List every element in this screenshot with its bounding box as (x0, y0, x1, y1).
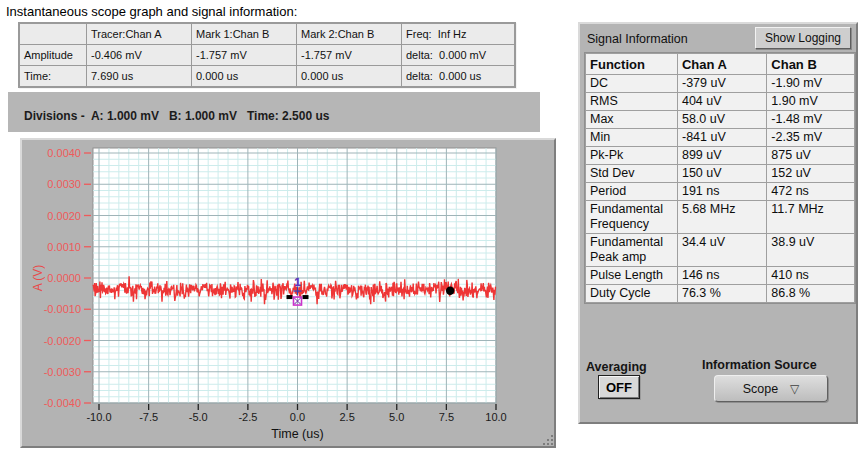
signal-info-cell: -1.90 mV (767, 75, 854, 92)
information-source-dropdown[interactable]: Scope ▽ (714, 375, 828, 402)
signal-info-cell: 5.68 MHz (678, 201, 766, 233)
signal-info-cell: -1.48 mV (767, 111, 854, 128)
tracer-cell: Time: (20, 66, 86, 86)
x-tick-label: -7.5 (139, 411, 158, 423)
tracer-cell (20, 24, 86, 44)
signal-info-cell: -2.35 mV (767, 129, 854, 146)
x-axis-label: Time (us) (271, 427, 323, 441)
tracer-cell: -1.757 mV (192, 45, 296, 65)
y-tick-label: 0.0040 (47, 147, 81, 159)
signal-info-cell: 875 uV (767, 147, 854, 164)
y-tick-label: -0.0030 (44, 366, 81, 378)
scope-graph-panel: 0.00400.00300.00200.00100.0000-0.0010-0.… (20, 138, 556, 448)
scope-plot[interactable]: 0.00400.00300.00200.00100.0000-0.0010-0.… (22, 140, 554, 446)
x-tick-label: 2.5 (339, 411, 354, 423)
signal-info-cell: -379 uV (678, 75, 766, 92)
signal-info-cell: 146 ns (678, 267, 766, 284)
signal-info-row: RMS404 uV1.90 mV (586, 93, 854, 110)
signal-info-cell: Min (586, 129, 677, 146)
tracer-cell: delta: 0.000 us (402, 66, 514, 86)
signal-info-row: Std Dev150 uV152 uV (586, 165, 854, 182)
tracer-cell: delta: 0.000 mV (402, 45, 514, 65)
tracer-cell: Tracer:Chan A (87, 24, 191, 44)
tracer-cell: Amplitude (20, 45, 86, 65)
signal-info-cell: Pk-Pk (586, 147, 677, 164)
signal-info-cell: Std Dev (586, 165, 677, 182)
y-tick-label: 0.0030 (47, 178, 81, 190)
divisions-bar: Divisions - A: 1.000 mV B: 1.000 mV Time… (8, 92, 540, 132)
averaging-off-button[interactable]: OFF (598, 375, 640, 399)
y-tick-label: -0.0040 (44, 397, 81, 409)
signal-info-row: Min-841 uV-2.35 mV (586, 129, 854, 146)
y-tick-label: 0.0020 (47, 210, 81, 222)
signal-info-cell: 76.3 % (678, 285, 766, 302)
y-tick-label: 0.0010 (47, 241, 81, 253)
signal-info-cell: 58.0 uV (678, 111, 766, 128)
x-tick-label: 5.0 (389, 411, 404, 423)
x-tick-label: -2.5 (238, 411, 257, 423)
signal-info-table: FunctionChan AChan BDC-379 uV-1.90 mVRMS… (584, 52, 856, 304)
signal-info-cell: 410 ns (767, 267, 854, 284)
signal-info-header: Function (586, 54, 677, 74)
signal-info-cell: 11.7 MHz (767, 201, 854, 233)
signal-info-cell: 38.9 uV (767, 234, 854, 266)
tracer-dot-marker[interactable] (446, 286, 454, 294)
tracer-cell: -0.406 mV (87, 45, 191, 65)
signal-info-cell: 404 uV (678, 93, 766, 110)
signal-info-cell: -841 uV (678, 129, 766, 146)
signal-info-cell: DC (586, 75, 677, 92)
signal-info-cell: Fundamental Frequency (586, 201, 677, 233)
signal-info-row: Fundamental Frequency5.68 MHz11.7 MHz (586, 201, 854, 233)
signal-info-cell: Max (586, 111, 677, 128)
signal-info-cell: Pulse Length (586, 267, 677, 284)
x-tick-label: 7.5 (439, 411, 454, 423)
dropdown-arrow-icon: ▽ (790, 383, 799, 395)
averaging-label: Averaging (586, 360, 647, 374)
signal-information-title: Signal Information (587, 32, 688, 46)
tracer-cell: Freq: Inf Hz (402, 24, 514, 44)
signal-info-cell: 86.8 % (767, 285, 854, 302)
signal-info-row: Max58.0 uV-1.48 mV (586, 111, 854, 128)
tracer-cell: 0.000 us (297, 66, 401, 86)
divisions-text: Divisions - A: 1.000 mV B: 1.000 mV Time… (24, 109, 329, 123)
signal-info-row: Pulse Length146 ns410 ns (586, 267, 854, 284)
signal-info-header: Chan A (678, 54, 766, 74)
tracer-cell: -1.757 mV (297, 45, 401, 65)
signal-info-cell: Duty Cycle (586, 285, 677, 302)
y-tick-label: -0.0020 (44, 335, 81, 347)
x-tick-label: -5.0 (189, 411, 208, 423)
signal-info-row: DC-379 uV-1.90 mV (586, 75, 854, 92)
x-tick-label: 0.0 (290, 411, 305, 423)
svg-text:1: 1 (294, 276, 300, 288)
signal-info-cell: 899 uV (678, 147, 766, 164)
page: Instantaneous scope graph and signal inf… (0, 0, 858, 469)
signal-info-cell: 152 uV (767, 165, 854, 182)
signal-info-cell: RMS (586, 93, 677, 110)
signal-info-cell: 472 ns (767, 183, 854, 200)
signal-info-row: Duty Cycle76.3 %86.8 % (586, 285, 854, 302)
signal-info-row: Period191 ns472 ns (586, 183, 854, 200)
signal-info-cell: Fundamental Peak amp (586, 234, 677, 266)
signal-info-cell: 150 uV (678, 165, 766, 182)
x-tick-label: 10.0 (485, 411, 506, 423)
tracer-cell: 0.000 us (192, 66, 296, 86)
page-title: Instantaneous scope graph and signal inf… (6, 4, 297, 19)
tracer-cell: Mark 1:Chan B (192, 24, 296, 44)
information-source-label: Information Source (702, 358, 817, 372)
signal-info-cell: 1.90 mV (767, 93, 854, 110)
x-tick-label: -10.0 (86, 411, 111, 423)
information-source-value: Scope (743, 382, 778, 396)
y-tick-label: 0.0000 (47, 272, 81, 284)
signal-info-cell: 34.4 uV (678, 234, 766, 266)
tracer-readout-table: Tracer:Chan AMark 1:Chan BMark 2:Chan BF… (18, 22, 516, 88)
resize-grip-icon[interactable] (544, 436, 554, 446)
tracer-cell: Mark 2:Chan B (297, 24, 401, 44)
signal-info-row: Pk-Pk899 uV875 uV (586, 147, 854, 164)
signal-info-header: Chan B (767, 54, 854, 74)
y-axis-label: A (V) (31, 265, 45, 292)
signal-info-cell: Period (586, 183, 677, 200)
signal-information-panel: Signal Information Show Logging Function… (578, 22, 858, 424)
show-logging-button[interactable]: Show Logging (755, 27, 851, 49)
tracer-cell: 7.690 us (87, 66, 191, 86)
signal-info-row: Fundamental Peak amp34.4 uV38.9 uV (586, 234, 854, 266)
